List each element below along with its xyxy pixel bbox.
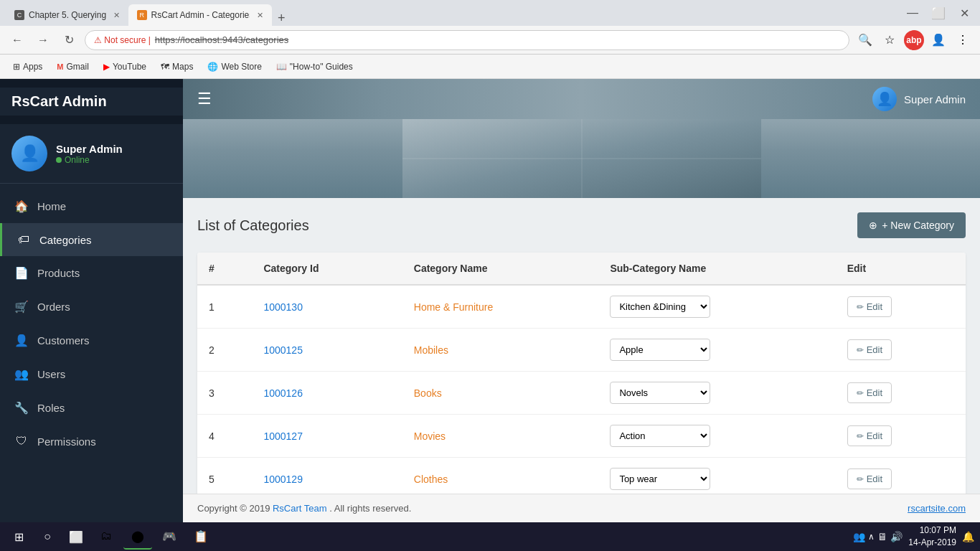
menu-icon[interactable]: ⋮	[953, 30, 973, 50]
bookmark-star-icon[interactable]: ☆	[880, 30, 900, 50]
sidebar-item-roles[interactable]: 🔧 Roles	[0, 391, 183, 425]
webstore-icon: 🌐	[207, 62, 218, 72]
bookmark-apps[interactable]: ⊞ Apps	[7, 59, 48, 75]
back-button[interactable]: ←	[7, 30, 27, 50]
subcategory-select-4[interactable]: Top wear	[610, 468, 710, 490]
tab1-close[interactable]: ✕	[113, 11, 120, 20]
sidebar: RsCart Admin 👤 Super Admin Online 🏠 Home…	[0, 79, 183, 522]
subcategory-select-1[interactable]: Apple	[610, 339, 710, 361]
refresh-button[interactable]: ↻	[59, 30, 79, 50]
col-edit: Edit	[836, 253, 966, 285]
header-right: 👤 Super Admin	[872, 87, 966, 111]
taskbar-chrome[interactable]: ⬤	[123, 524, 152, 550]
user-info: Super Admin Online	[56, 143, 123, 165]
header-avatar[interactable]: 👤	[872, 87, 897, 111]
user-avatar-icon: 👤	[20, 144, 39, 163]
user-avatar-btn[interactable]: abp	[904, 30, 924, 50]
tab2-close[interactable]: ✕	[257, 11, 263, 20]
tab2-label: RsCart Admin - Categories	[151, 10, 250, 20]
new-tab-button[interactable]: +	[272, 11, 291, 26]
taskbar-pinned-apps: 🗂 ⬤ 🎮 📋	[92, 524, 215, 550]
sidebar-item-users[interactable]: 👥 Users	[0, 357, 183, 391]
sidebar-orders-label: Orders	[37, 301, 70, 313]
start-button[interactable]: ⊞	[6, 524, 32, 550]
restore-button[interactable]: ⬜	[928, 3, 948, 23]
cell-category-id: 1000125	[252, 329, 402, 372]
taskbar-app4[interactable]: 📋	[187, 524, 215, 550]
minimize-button[interactable]: —	[903, 3, 923, 23]
cortana-button[interactable]: ○	[34, 524, 60, 550]
edit-button-0[interactable]: ✏ Edit	[847, 296, 892, 317]
sidebar-item-home[interactable]: 🏠 Home	[0, 189, 183, 223]
sidebar-navigation: 🏠 Home 🏷 Categories 📄 Products 🛒 Orders …	[0, 184, 183, 522]
gmail-icon: M	[57, 62, 63, 71]
bookmark-webstore[interactable]: 🌐 Web Store	[202, 59, 267, 75]
task-view-button[interactable]: ⬜	[63, 524, 89, 550]
search-icon[interactable]: 🔍	[855, 30, 875, 50]
main-area: ☰ 👤 Super Admin	[183, 79, 980, 522]
user-profile-area: 👤 Super Admin Online	[0, 124, 183, 184]
cell-category-id: 1000127	[252, 415, 402, 458]
main-content: List of Categories ⊕ + New Category # Ca…	[183, 119, 980, 494]
taskbar-clock[interactable]: 10:07 PM 14-Apr-2019	[908, 524, 956, 549]
sidebar-item-permissions[interactable]: 🛡 Permissions	[0, 425, 183, 458]
content-area: List of Categories ⊕ + New Category # Ca…	[183, 198, 980, 494]
taskbar-people-icon[interactable]: 👥	[853, 531, 865, 542]
sidebar-item-categories[interactable]: 🏷 Categories	[0, 223, 183, 256]
bookmark-youtube[interactable]: ▶ YouTube	[98, 59, 152, 75]
hamburger-menu-icon[interactable]: ☰	[197, 90, 212, 108]
browser-tab-1[interactable]: C Chapter 5. Querying ✕	[6, 4, 128, 26]
categories-table-container: # Category Id Category Name Sub-Category…	[197, 253, 966, 494]
taskbar-chevron-icon[interactable]: ∧	[868, 532, 875, 542]
taskbar-volume-icon[interactable]: 🔊	[890, 531, 903, 542]
header-admin-label: Super Admin	[904, 93, 966, 105]
taskbar-app3[interactable]: 🎮	[155, 524, 184, 550]
subcategory-select-0[interactable]: Kitchen &Dining	[610, 296, 710, 318]
col-num: #	[197, 253, 252, 285]
subcategory-select-3[interactable]: Action	[610, 425, 710, 447]
cell-subcategory: Top wear	[598, 458, 835, 494]
bookmark-gmail[interactable]: M Gmail	[51, 59, 95, 75]
footer-team-link[interactable]: RsCart Team	[273, 503, 327, 514]
taskbar-file-explorer[interactable]: 🗂	[92, 524, 121, 550]
browser-tab-2[interactable]: R RsCart Admin - Categories ✕	[128, 4, 272, 26]
edit-icon: ✏	[857, 474, 864, 484]
bookmark-youtube-label: YouTube	[113, 62, 146, 72]
sidebar-item-customers[interactable]: 👤 Customers	[0, 324, 183, 357]
bookmark-webstore-label: Web Store	[221, 62, 261, 72]
sidebar-item-products[interactable]: 📄 Products	[0, 256, 183, 290]
sidebar-item-orders[interactable]: 🛒 Orders	[0, 290, 183, 324]
forward-button[interactable]: →	[33, 30, 53, 50]
table-row: 4 1000127 Movies Action ✏ Edit	[197, 415, 966, 458]
taskbar-network-icon[interactable]: 🖥	[877, 531, 887, 542]
taskbar-notification-icon[interactable]: 🔔	[962, 531, 974, 542]
bookmark-maps[interactable]: 🗺 Maps	[155, 59, 199, 75]
bookmark-howto[interactable]: 📖 "How-to" Guides	[270, 59, 359, 75]
edit-button-3[interactable]: ✏ Edit	[847, 425, 892, 446]
col-category-id: Category Id	[252, 253, 402, 285]
edit-button-4[interactable]: ✏ Edit	[847, 468, 892, 489]
new-category-button[interactable]: ⊕ + New Category	[857, 212, 966, 238]
bookmark-gmail-label: Gmail	[67, 62, 89, 72]
browser-toolbar-icons: 🔍 ☆ abp 👤 ⋮	[855, 30, 973, 50]
cell-edit: ✏ Edit	[836, 285, 966, 329]
close-button[interactable]: ✕	[954, 3, 974, 23]
sidebar-roles-label: Roles	[37, 402, 65, 414]
brand-name: RsCart Admin	[11, 93, 107, 110]
cell-edit: ✏ Edit	[836, 372, 966, 415]
tab1-favicon: C	[14, 10, 24, 20]
user-avatar: 👤	[11, 136, 47, 171]
footer-site-link[interactable]: rscartsite.com	[908, 503, 966, 514]
table-row: 5 1000129 Clothes Top wear ✏ Edit	[197, 458, 966, 494]
sidebar-categories-label: Categories	[39, 234, 92, 246]
page-header: List of Categories ⊕ + New Category	[197, 212, 966, 238]
subcategory-select-2[interactable]: Novels	[610, 382, 710, 404]
address-bar[interactable]: ⚠ Not secure | https://localhost:9443/ca…	[85, 30, 849, 50]
bookmark-apps-label: Apps	[23, 62, 42, 72]
roles-icon: 🔧	[14, 401, 29, 415]
profile-icon[interactable]: 👤	[928, 30, 948, 50]
edit-button-1[interactable]: ✏ Edit	[847, 339, 892, 360]
taskbar-left: ⊞ ○ ⬜ 🗂 ⬤ 🎮 📋	[6, 524, 215, 550]
edit-button-2[interactable]: ✏ Edit	[847, 382, 892, 403]
cell-category-name: Movies	[402, 415, 599, 458]
